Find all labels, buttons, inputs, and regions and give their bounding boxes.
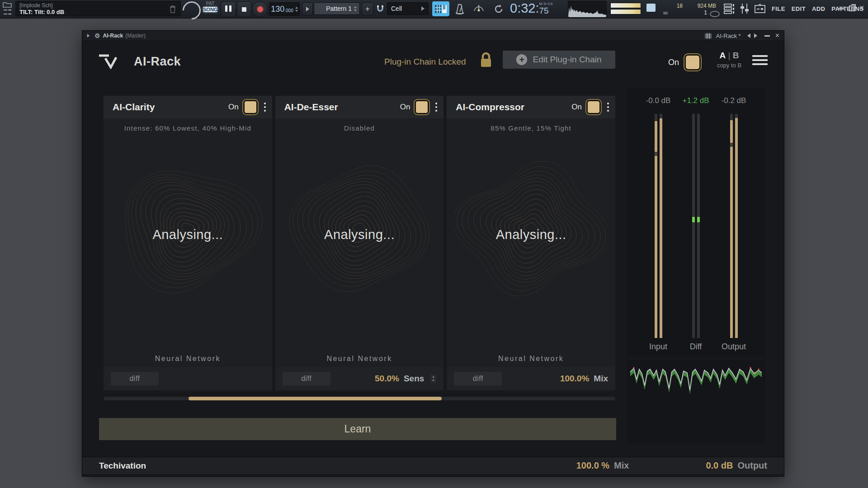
master-on-group: On — [668, 54, 701, 70]
techivation-logo-icon — [99, 54, 125, 69]
time-display[interactable]: 0:32:M:S:CS75 — [510, 1, 564, 17]
chevron-right-icon — [421, 6, 425, 11]
pattern-prev-next-button[interactable] — [302, 2, 313, 16]
stop-icon — [242, 7, 246, 12]
mix-value[interactable]: 100.0% — [560, 374, 589, 384]
pat-label[interactable]: PAT — [203, 1, 217, 6]
analysing-label: Analysing... — [104, 227, 272, 242]
module-rack: AI-Clarity On Intense: 60% Lowest, 40% H… — [104, 96, 615, 390]
copy-to-b-label[interactable]: copy to B — [714, 62, 744, 69]
edit-chain-button[interactable]: + Edit Plug-in Chain — [503, 51, 615, 69]
module-on-toggle[interactable] — [586, 100, 601, 114]
analysing-label: Analysing... — [447, 227, 615, 242]
tempo-int[interactable]: 130 — [271, 5, 284, 14]
sens-value[interactable]: 50.0% — [375, 374, 399, 384]
app-restore-button[interactable] — [849, 5, 855, 11]
detach-arrow-icon[interactable] — [87, 34, 90, 38]
kebab-menu-icon[interactable] — [435, 103, 437, 112]
song-label[interactable]: SONG — [203, 7, 217, 12]
multilink-controllers-button[interactable] — [432, 1, 449, 16]
hint-color-swatch — [646, 4, 656, 12]
pattern-name[interactable]: Pattern 1 — [326, 5, 352, 12]
pattern-stepper[interactable] — [354, 6, 357, 11]
module-footer: diff 100.0% Mix — [447, 367, 615, 390]
snap-value[interactable]: Cell — [391, 5, 402, 12]
tempo-stepper[interactable] — [295, 7, 298, 12]
rack-scrollbar-thumb[interactable] — [189, 397, 442, 400]
ab-b-label[interactable]: B — [733, 51, 739, 60]
diff-meter — [692, 114, 700, 338]
record-button[interactable] — [252, 1, 268, 17]
stop-button[interactable] — [237, 1, 251, 17]
browser-button[interactable] — [754, 3, 766, 14]
menu-edit[interactable]: EDIT — [788, 0, 809, 18]
module-engine-label: Neural Network — [447, 351, 615, 367]
master-on-toggle[interactable] — [684, 54, 701, 70]
module-ai-compressor: AI-Compressor On 85% Gentle, 15% Tight A… — [447, 96, 615, 390]
snap-magnet-icon[interactable] — [376, 5, 384, 13]
diff-button[interactable]: diff — [283, 372, 330, 385]
module-on-toggle[interactable] — [243, 100, 258, 114]
lock-icon — [479, 52, 493, 68]
pattern-selector[interactable]: Pattern 1 — [314, 2, 360, 15]
play-pause-button[interactable] — [221, 1, 236, 17]
chain-locked-label: Plug-in Chain Locked — [384, 57, 466, 67]
master-on-label: On — [668, 58, 679, 67]
memory-meter — [610, 9, 641, 14]
shuffle-knob[interactable] — [179, 0, 205, 23]
learn-button[interactable]: Learn — [99, 418, 616, 440]
preset-name[interactable]: AI-Rack * — [716, 33, 741, 39]
app-close-button[interactable]: × — [859, 3, 864, 13]
meter-panel: -0.0 dB +1.2 dB -0.2 dB Input Diff Outpu… — [627, 87, 765, 357]
add-pattern-button[interactable]: + — [362, 2, 373, 16]
gear-icon[interactable]: ⚙ — [94, 32, 100, 39]
new-project-icon[interactable] — [3, 1, 12, 8]
presets-grid-icon[interactable] — [705, 33, 712, 39]
playlist-count: 1 — [689, 9, 707, 16]
cpu-meter — [610, 3, 641, 8]
rack-scrollbar[interactable] — [104, 397, 615, 400]
plugin-minimize-button[interactable] — [764, 35, 770, 37]
tempo-display[interactable]: 130.000 — [269, 2, 300, 16]
app-minimize-button[interactable] — [839, 8, 844, 9]
trash-icon[interactable] — [170, 5, 176, 13]
oscilloscope-display[interactable] — [568, 1, 607, 18]
chip-icon — [663, 11, 668, 15]
mixer-button[interactable] — [739, 3, 750, 14]
menu-add[interactable]: ADD — [809, 0, 828, 18]
module-subtitle: Intense: 60% Lowest, 40% High-Mid — [104, 118, 272, 137]
snap-selector[interactable]: Cell — [387, 2, 429, 15]
ab-compare[interactable]: A | B copy to B — [714, 51, 744, 69]
plugin-titlebar[interactable]: ⚙ AI-Rack (Master) AI-Rack * × — [82, 31, 784, 41]
tempo-frac[interactable]: .000 — [284, 8, 293, 13]
pat-song-switch[interactable]: PAT SONG — [203, 1, 217, 17]
patcher-route-icon[interactable] — [3, 9, 13, 16]
browser-icon — [754, 3, 766, 14]
record-icon — [257, 6, 263, 12]
global-output-value[interactable]: 0.0 dB — [706, 460, 733, 471]
hamburger-menu-button[interactable] — [752, 53, 768, 67]
plugin-window: ⚙ AI-Rack (Master) AI-Rack * × AI-Rack P… — [82, 30, 784, 477]
diff-button[interactable]: diff — [111, 372, 159, 385]
kebab-menu-icon[interactable] — [607, 103, 609, 112]
playlist-button[interactable] — [723, 3, 735, 14]
menu-file[interactable]: FILE — [769, 0, 788, 18]
time-centiseconds[interactable]: 75 — [539, 6, 549, 15]
ab-a-label[interactable]: A — [720, 51, 726, 60]
global-mix-value[interactable]: 100.0 % — [576, 460, 609, 471]
disk-icon — [710, 11, 720, 17]
preset-next-icon[interactable] — [754, 33, 757, 38]
plugin-caption-suffix: (Master) — [125, 33, 146, 39]
screen: [Implode Sch] TILT: Tilt: 0.0 dB PAT SON… — [0, 0, 868, 488]
preset-prev-icon[interactable] — [747, 33, 750, 38]
module-header: AI-Clarity On — [104, 96, 272, 118]
kebab-menu-icon[interactable] — [264, 103, 266, 112]
module-on-toggle[interactable] — [415, 100, 429, 114]
sens-stepper[interactable] — [430, 375, 436, 383]
analysing-label: Analysing... — [275, 227, 444, 242]
plugin-title: AI-Rack — [134, 55, 181, 69]
grid-piano-icon — [435, 5, 447, 13]
time-main[interactable]: 0:32: — [510, 1, 539, 15]
diff-button[interactable]: diff — [454, 372, 502, 385]
plugin-close-button[interactable]: × — [775, 32, 779, 40]
